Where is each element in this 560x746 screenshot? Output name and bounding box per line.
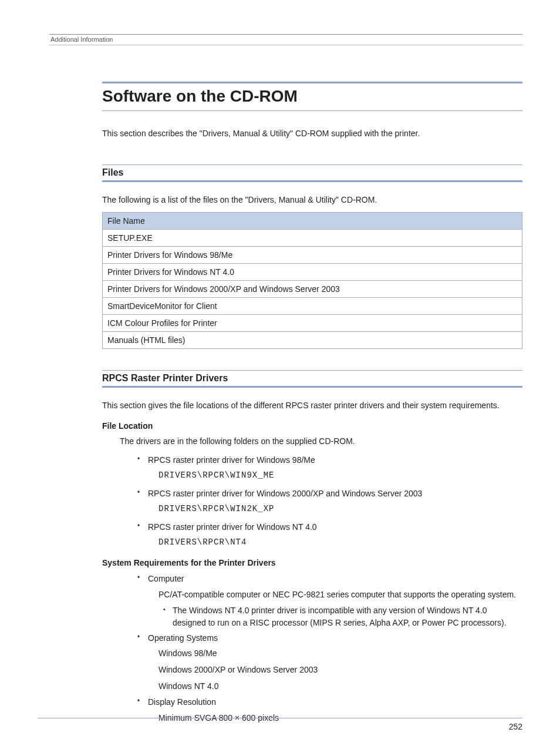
table-row: SmartDeviceMonitor for Client [103,298,522,315]
list-item: RPCS raster printer driver for Windows N… [137,520,522,549]
sysreq-list: Computer PC/AT-compatible computer or NE… [120,572,522,725]
files-heading-block: Files [102,164,522,182]
file-name-cell: SETUP.EXE [103,230,522,247]
sysreq-os-item: Windows 2000/XP or Windows Server 2003 [158,663,522,677]
table-row: Printer Drivers for Windows 2000/XP and … [103,281,522,298]
table-row: Printer Drivers for Windows 98/Me [103,247,522,264]
rpcs-heading-block: RPCS Raster Printer Drivers [102,370,522,388]
section-title-block: Software on the CD-ROM [102,82,522,111]
file-location-intro: The drivers are in the following folders… [120,435,522,448]
section-title: Software on the CD-ROM [102,87,522,106]
sysreq-os-item: Windows 98/Me [158,647,522,661]
file-location-heading: File Location [102,421,522,431]
file-name-cell: SmartDeviceMonitor for Client [103,298,522,315]
driver-label: RPCS raster printer driver for Windows 2… [148,489,422,498]
list-item: Computer PC/AT-compatible computer or NE… [137,572,522,629]
section-intro: This section describes the "Drivers, Man… [102,127,522,140]
running-header: Additional Information [49,36,522,43]
sysreq-os-item: Windows NT 4.0 [158,680,522,694]
page-number: 252 [509,722,522,731]
files-table: File Name SETUP.EXE Printer Drivers for … [102,212,522,349]
sysreq-os-label: Operating Systems [148,633,218,643]
table-row: Manuals (HTML files) [103,332,522,349]
files-intro: The following is a list of the files on … [102,194,522,206]
sysreq-display-label: Display Resolution [148,697,216,707]
driver-path: DRIVERS\RPCR\WIN2K_XP [148,502,522,515]
driver-list: RPCS raster printer driver for Windows 9… [120,453,522,549]
list-item: Display Resolution Minimum SVGA 800 × 60… [137,695,522,725]
sysreq-display-desc: Minimum SVGA 800 × 600 pixels [158,711,522,725]
list-item: RPCS raster printer driver for Windows 2… [137,487,522,516]
sysreq-heading: System Requirements for the Printer Driv… [102,558,522,567]
file-name-cell: Printer Drivers for Windows 98/Me [103,247,522,264]
file-name-cell: Printer Drivers for Windows NT 4.0 [103,264,522,281]
table-row: ICM Colour Profiles for Printer [103,315,522,332]
sysreq-computer-desc: PC/AT-compatible computer or NEC PC-9821… [158,588,522,602]
files-heading: Files [102,167,522,178]
list-item: RPCS raster printer driver for Windows 9… [137,453,522,482]
footer-rule [38,718,522,718]
file-name-cell: ICM Colour Profiles for Printer [103,315,522,332]
files-table-header: File Name [103,213,522,230]
driver-label: RPCS raster printer driver for Windows 9… [148,455,315,465]
driver-path: DRIVERS\RPCR\NT4 [148,536,522,549]
table-row: SETUP.EXE [103,230,522,247]
sysreq-computer-label: Computer [148,574,184,583]
list-item: Operating Systems Windows 98/Me Windows … [137,631,522,694]
driver-path: DRIVERS\RPCR\WIN9X_ME [148,469,522,482]
table-row: Printer Drivers for Windows NT 4.0 [103,264,522,281]
rpcs-heading: RPCS Raster Printer Drivers [102,373,522,384]
file-name-cell: Manuals (HTML files) [103,332,522,349]
rpcs-intro: This section gives the file locations of… [102,399,522,412]
sysreq-computer-note: The Windows NT 4.0 printer driver is inc… [163,604,522,629]
file-name-cell: Printer Drivers for Windows 2000/XP and … [103,281,522,298]
driver-label: RPCS raster printer driver for Windows N… [148,522,317,532]
